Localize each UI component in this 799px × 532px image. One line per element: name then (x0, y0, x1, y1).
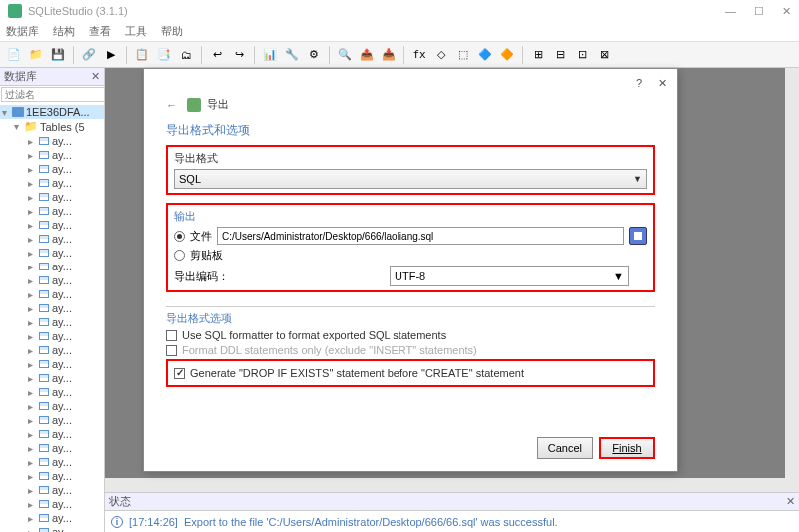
tree-table-node[interactable]: ▸ay... (0, 148, 104, 162)
tree-table-node[interactable]: ▸ay... (0, 301, 104, 315)
horizontal-scrollbar[interactable] (105, 478, 785, 492)
cancel-button[interactable]: Cancel (537, 437, 593, 459)
tree-table-node[interactable]: ▸ay... (0, 511, 104, 525)
toolbar-btn[interactable]: 🔧 (282, 45, 302, 65)
tree-table-node[interactable]: ▸ay... (0, 357, 104, 371)
toolbar-btn[interactable]: 🔍 (335, 45, 355, 65)
toolbar-btn[interactable]: 📊 (260, 45, 280, 65)
toolbar-btn[interactable]: fx (409, 45, 429, 65)
toolbar-btn[interactable]: ⊟ (550, 45, 570, 65)
chevron-down-icon: ▼ (633, 174, 642, 184)
toolbar-btn[interactable]: 🔗 (79, 45, 99, 65)
drop-exists-checkbox[interactable] (174, 368, 185, 379)
toolbar-btn[interactable]: ⊠ (594, 45, 614, 65)
menu-structure[interactable]: 结构 (53, 24, 75, 39)
minimize-button[interactable]: — (725, 5, 736, 18)
dialog-titlebar: ? ✕ (144, 69, 677, 97)
table-icon (39, 486, 49, 494)
tree-table-node[interactable]: ▸ay... (0, 441, 104, 455)
tree-table-node[interactable]: ▸ay... (0, 497, 104, 511)
tree-db-node[interactable]: ▾ 1EE36DFA... (0, 105, 104, 119)
tree-leaf-label: ay... (52, 205, 72, 217)
tree-table-node[interactable]: ▸ay... (0, 176, 104, 190)
dialog-help-icon[interactable]: ? (636, 77, 642, 89)
ddl-only-checkbox[interactable] (166, 345, 177, 356)
toolbar-btn[interactable]: 📄 (4, 45, 24, 65)
tree-leaf-label: ay... (52, 233, 72, 245)
file-path-input[interactable] (217, 227, 624, 245)
format-select[interactable]: SQL ▼ (174, 169, 647, 189)
tree-table-node[interactable]: ▸ay... (0, 232, 104, 246)
formatter-checkbox[interactable] (166, 330, 177, 341)
toolbar-btn[interactable]: ⚙ (304, 45, 324, 65)
tree-table-node[interactable]: ▸ay... (0, 260, 104, 273)
file-radio[interactable] (174, 231, 185, 242)
tree-leaf-label: ay... (52, 456, 72, 468)
toolbar-btn[interactable]: 📤 (357, 45, 377, 65)
status-close-icon[interactable]: ✕ (786, 495, 795, 508)
filter-input[interactable] (1, 87, 105, 102)
tree-table-node[interactable]: ▸ay... (0, 218, 104, 232)
toolbar-btn[interactable]: ◇ (431, 45, 451, 65)
table-icon (39, 360, 49, 368)
tree-tables-node[interactable]: ▾📁 Tables (5 (0, 119, 104, 134)
toolbar-btn[interactable]: 📥 (379, 45, 399, 65)
tree-table-node[interactable]: ▸ay... (0, 329, 104, 343)
tree-table-node[interactable]: ▸ay... (0, 385, 104, 399)
tree-table-node[interactable]: ▸ay... (0, 343, 104, 357)
tree-table-node[interactable]: ▸ay... (0, 287, 104, 301)
vertical-scrollbar[interactable] (785, 68, 799, 492)
toolbar-btn[interactable]: 🔷 (475, 45, 495, 65)
menu-database[interactable]: 数据库 (6, 24, 39, 39)
tree-leaf-label: ay... (52, 247, 72, 259)
menu-help[interactable]: 帮助 (161, 24, 183, 39)
dialog-close-icon[interactable]: ✕ (658, 77, 667, 90)
maximize-button[interactable]: ☐ (754, 5, 764, 18)
tree-table-node[interactable]: ▸ay... (0, 134, 104, 148)
clipboard-radio[interactable] (174, 250, 185, 261)
toolbar-btn[interactable]: ↪ (229, 45, 249, 65)
tree-table-node[interactable]: ▸ay... (0, 273, 104, 287)
tree-table-node[interactable]: ▸ay... (0, 246, 104, 260)
tree-table-node[interactable]: ▸ay... (0, 190, 104, 204)
toolbar-btn[interactable]: 📁 (26, 45, 46, 65)
toolbar-btn[interactable]: 🗂 (176, 45, 196, 65)
finish-button[interactable]: Finish (599, 437, 655, 459)
export-dialog: ? ✕ ← 导出 导出格式和选项 导出格式 SQL ▼ 输出 文件 (143, 68, 678, 472)
tree-table-node[interactable]: ▸ay... (0, 204, 104, 218)
toolbar-btn[interactable]: ⊡ (572, 45, 592, 65)
tree-leaf-label: ay... (52, 386, 72, 398)
menu-tools[interactable]: 工具 (125, 24, 147, 39)
tree-table-node[interactable]: ▸ay... (0, 162, 104, 176)
tree-table-node[interactable]: ▸ay... (0, 525, 104, 532)
sidebar-close-icon[interactable]: ✕ (91, 70, 100, 83)
toolbar-btn[interactable]: 📑 (154, 45, 174, 65)
tree-table-node[interactable]: ▸ay... (0, 455, 104, 469)
tree-table-node[interactable]: ▸ay... (0, 469, 104, 483)
toolbar-btn[interactable]: ▶ (101, 45, 121, 65)
tree-table-node[interactable]: ▸ay... (0, 371, 104, 385)
tree-leaf-label: ay... (52, 414, 72, 426)
encoding-select[interactable]: UTF-8 ▼ (390, 266, 629, 286)
back-icon[interactable]: ← (166, 99, 177, 111)
tree-leaf-label: ay... (52, 470, 72, 482)
tree-table-node[interactable]: ▸ay... (0, 427, 104, 441)
tree-tables-label: Tables (5 (40, 121, 85, 133)
table-icon (39, 276, 49, 284)
toolbar-btn[interactable]: 📋 (132, 45, 152, 65)
tree-table-node[interactable]: ▸ay... (0, 315, 104, 329)
toolbar: 📄 📁 💾 🔗 ▶ 📋 📑 🗂 ↩ ↪ 📊 🔧 ⚙ 🔍 📤 📥 fx ◇ ⬚ 🔷… (0, 42, 799, 68)
tree-table-node[interactable]: ▸ay... (0, 399, 104, 413)
close-button[interactable]: ✕ (782, 5, 791, 18)
tree-table-node[interactable]: ▸ay... (0, 483, 104, 497)
save-icon[interactable] (629, 227, 647, 245)
toolbar-btn[interactable]: ⬚ (453, 45, 473, 65)
tree-table-node[interactable]: ▸ay... (0, 413, 104, 427)
menubar: 数据库 结构 查看 工具 帮助 (0, 22, 799, 42)
toolbar-btn[interactable]: ↩ (207, 45, 227, 65)
toolbar-btn[interactable]: 💾 (48, 45, 68, 65)
menu-view[interactable]: 查看 (89, 24, 111, 39)
toolbar-btn[interactable]: 🔶 (497, 45, 517, 65)
toolbar-btn[interactable]: ⊞ (528, 45, 548, 65)
export-icon (187, 98, 201, 112)
